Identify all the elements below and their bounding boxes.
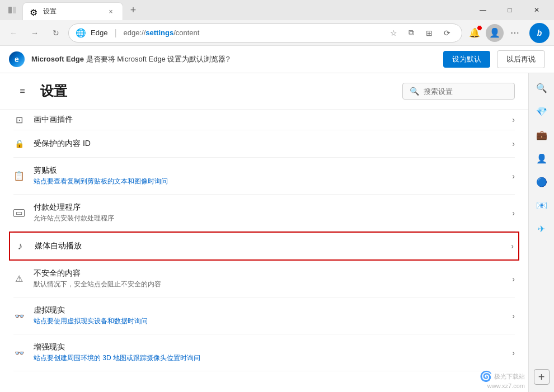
svg-rect-0 (8, 7, 12, 13)
notification-button[interactable]: 🔔 (466, 24, 483, 42)
url-prefix: edge:// (124, 29, 146, 37)
unsafe-subtitle: 默认情况下，安全站点会阻止不安全的内容 (34, 280, 503, 289)
tab-close-button[interactable]: × (106, 7, 116, 17)
ar-subtitle: 站点要创建周围环境的 3D 地图或跟踪摄像头位置时询问 (34, 353, 503, 363)
protected-icon: 🔒 (13, 138, 25, 149)
clipboard-title: 剪贴板 (34, 166, 503, 176)
watermark-url: www.xz7.com (480, 382, 525, 389)
settings-header: ≡ 设置 🔍 (0, 73, 528, 110)
right-outlook-button[interactable]: 📧 (532, 195, 552, 215)
url-edge-text: Edge (91, 29, 107, 37)
notification-text: Microsoft Edge 是否要将 Microsoft Edge 设置为默认… (31, 54, 436, 64)
edge-logo-big: e (9, 51, 25, 67)
url-text: edge://settings/content (124, 29, 381, 37)
list-item-payment[interactable]: ▭ 付款处理程序 允许站点安装付款处理程序 › (13, 195, 515, 232)
right-briefcase-button[interactable]: 💼 (532, 125, 552, 145)
search-input[interactable] (424, 87, 508, 96)
settings-title: 设置 (40, 82, 393, 100)
browser-chrome: ⚙ 设置 × + — □ ✕ ← → ↻ 🌐 Edge | edge://set… (0, 0, 554, 392)
vr-title: 虚拟现实 (34, 305, 503, 315)
unsafe-chevron: › (512, 275, 515, 284)
right-add-button[interactable]: + (534, 369, 550, 385)
forward-button[interactable]: → (26, 24, 44, 42)
bing-button[interactable]: b (529, 23, 550, 43)
tab-favicon: ⚙ (30, 7, 39, 16)
ar-chevron: › (512, 348, 515, 357)
vr-subtitle: 站点要使用虚拟现实设备和数据时询问 (34, 317, 503, 326)
right-panel: 🔍 💎 💼 👤 🔵 📧 ✈ + (528, 73, 554, 392)
minimize-button[interactable]: — (470, 1, 496, 19)
clipboard-chevron: › (512, 172, 515, 181)
payment-chevron: › (512, 209, 515, 218)
tab-title: 设置 (43, 7, 101, 16)
sidebar-toggle-button[interactable] (4, 2, 20, 18)
autoplay-icon: ♪ (15, 240, 26, 252)
list-item-protected[interactable]: 🔒 受保护的内容 ID › (13, 130, 515, 158)
url-icons: ☆ ⧉ ⊞ ⟳ (386, 25, 455, 41)
pip-chevron: › (512, 115, 515, 124)
notification-message: 是否要将 Microsoft Edge 设置为默认浏览器? (86, 55, 230, 63)
later-button[interactable]: 以后再说 (497, 50, 545, 68)
right-person-button[interactable]: 👤 (532, 148, 552, 168)
close-window-button[interactable]: ✕ (524, 1, 550, 19)
window-controls: — □ ✕ (470, 1, 550, 19)
protected-text: 受保护的内容 ID (34, 139, 503, 149)
set-default-button[interactable]: 设为默认 (443, 51, 490, 68)
pip-text: 画中画插件 (34, 115, 503, 125)
watermark-logo: 🌀 极光下载站 (480, 370, 525, 382)
pip-icon: ⊡ (13, 114, 25, 125)
list-item-ar[interactable]: 👓 增强现实 站点要创建周围环境的 3D 地图或跟踪摄像头位置时询问 › (13, 334, 515, 371)
address-bar: ← → ↻ 🌐 Edge | edge://settings/content ☆… (0, 20, 554, 46)
active-tab[interactable]: ⚙ 设置 × (22, 2, 123, 20)
url-divider: | (114, 28, 116, 38)
main-container: ≡ 设置 🔍 ⊡ 画中画插件 › 🔒 (0, 73, 554, 392)
menu-toggle-button[interactable]: ≡ (13, 82, 31, 100)
url-bar[interactable]: 🌐 Edge | edge://settings/content ☆ ⧉ ⊞ ⟳ (68, 23, 462, 42)
refresh-button[interactable]: ↻ (47, 24, 65, 42)
right-gems-button[interactable]: 💎 (532, 101, 552, 121)
list-item-autoplay[interactable]: ♪ 媒体自动播放 › (9, 232, 519, 261)
protected-chevron: › (512, 139, 515, 148)
autoplay-chevron: › (511, 242, 514, 251)
ar-icon: 👓 (13, 347, 25, 358)
back-button[interactable]: ← (4, 24, 22, 42)
right-circle-button[interactable]: 🔵 (532, 172, 552, 192)
protected-title: 受保护的内容 ID (34, 139, 503, 149)
payment-subtitle: 允许站点安装付款处理程序 (34, 214, 503, 223)
unsafe-text: 不安全的内容 默认情况下，安全站点会阻止不安全的内容 (34, 268, 503, 289)
tab-bar: ⚙ 设置 × + — □ ✕ (0, 0, 554, 20)
list-item-clipboard[interactable]: 📋 剪贴板 站点要查看复制到剪贴板的文本和图像时询问 › (13, 158, 515, 195)
vr-icon: 👓 (13, 310, 25, 322)
url-path: /content (173, 29, 199, 37)
right-search-button[interactable]: 🔍 (532, 78, 552, 98)
vr-text: 虚拟现实 站点要使用虚拟现实设备和数据时询问 (34, 305, 503, 326)
collections-button[interactable]: ⊞ (421, 25, 437, 41)
favorites-button[interactable]: ☆ (386, 25, 401, 41)
settings-search-bar[interactable]: 🔍 (402, 83, 515, 100)
list-item-vr[interactable]: 👓 虚拟现实 站点要使用虚拟现实设备和数据时询问 › (13, 297, 515, 334)
notification-bar: e Microsoft Edge 是否要将 Microsoft Edge 设置为… (0, 46, 554, 73)
right-telegram-button[interactable]: ✈ (532, 219, 552, 239)
profile-button[interactable]: 👤 (486, 24, 504, 42)
maximize-button[interactable]: □ (497, 1, 523, 19)
notification-brand: Microsoft Edge (31, 55, 84, 63)
new-tab-button[interactable]: + (125, 2, 141, 18)
more-tools-button[interactable]: ⋯ (506, 24, 524, 42)
settings-content: ≡ 设置 🔍 ⊡ 画中画插件 › 🔒 (0, 73, 528, 392)
list-item-pip[interactable]: ⊡ 画中画插件 › (13, 110, 515, 130)
pip-title: 画中画插件 (34, 115, 503, 125)
unsafe-title: 不安全的内容 (34, 268, 503, 278)
toolbar-buttons: 🔔 👤 ⋯ (466, 24, 524, 42)
split-view-button[interactable]: ⧉ (403, 25, 419, 41)
payment-text: 付款处理程序 允许站点安装付款处理程序 (34, 202, 503, 223)
ar-text: 增强现实 站点要创建周围环境的 3D 地图或跟踪摄像头位置时询问 (34, 342, 503, 363)
unsafe-icon: ⚠ (13, 273, 25, 285)
autoplay-text: 媒体自动播放 (35, 241, 502, 251)
payment-title: 付款处理程序 (34, 202, 503, 212)
vr-chevron: › (512, 311, 515, 320)
list-item-unsafe[interactable]: ⚠ 不安全的内容 默认情况下，安全站点会阻止不安全的内容 › (13, 261, 515, 297)
settings-list: ⊡ 画中画插件 › 🔒 受保护的内容 ID › 📋 (0, 110, 528, 371)
sync-button[interactable]: ⟳ (439, 25, 455, 41)
clipboard-subtitle: 站点要查看复制到剪贴板的文本和图像时询问 (34, 177, 503, 186)
clipboard-text: 剪贴板 站点要查看复制到剪贴板的文本和图像时询问 (34, 166, 503, 186)
